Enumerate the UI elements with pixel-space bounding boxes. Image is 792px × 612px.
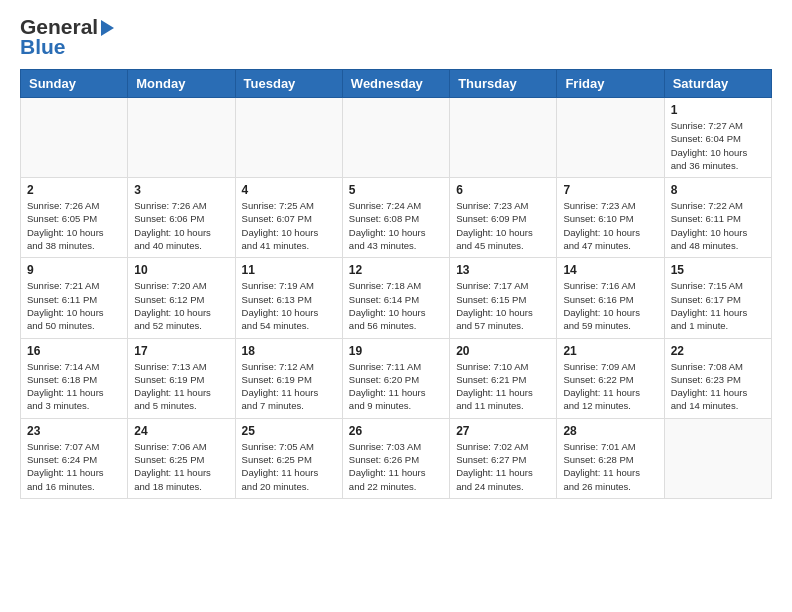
logo-general-text: General (20, 16, 98, 37)
calendar-cell: 3Sunrise: 7:26 AM Sunset: 6:06 PM Daylig… (128, 178, 235, 258)
day-number: 22 (671, 344, 765, 358)
calendar-cell: 4Sunrise: 7:25 AM Sunset: 6:07 PM Daylig… (235, 178, 342, 258)
day-info: Sunrise: 7:19 AM Sunset: 6:13 PM Dayligh… (242, 279, 336, 332)
day-number: 10 (134, 263, 228, 277)
day-info: Sunrise: 7:01 AM Sunset: 6:28 PM Dayligh… (563, 440, 657, 493)
calendar-cell (342, 98, 449, 178)
day-number: 21 (563, 344, 657, 358)
page: General Blue SundayMondayTuesdayWednesda… (0, 0, 792, 519)
weekday-header-tuesday: Tuesday (235, 70, 342, 98)
day-number: 5 (349, 183, 443, 197)
day-number: 15 (671, 263, 765, 277)
day-number: 16 (27, 344, 121, 358)
day-info: Sunrise: 7:03 AM Sunset: 6:26 PM Dayligh… (349, 440, 443, 493)
day-info: Sunrise: 7:26 AM Sunset: 6:05 PM Dayligh… (27, 199, 121, 252)
calendar-cell: 28Sunrise: 7:01 AM Sunset: 6:28 PM Dayli… (557, 418, 664, 498)
day-info: Sunrise: 7:05 AM Sunset: 6:25 PM Dayligh… (242, 440, 336, 493)
day-info: Sunrise: 7:27 AM Sunset: 6:04 PM Dayligh… (671, 119, 765, 172)
day-info: Sunrise: 7:23 AM Sunset: 6:10 PM Dayligh… (563, 199, 657, 252)
calendar-week-row: 16Sunrise: 7:14 AM Sunset: 6:18 PM Dayli… (21, 338, 772, 418)
calendar-cell: 9Sunrise: 7:21 AM Sunset: 6:11 PM Daylig… (21, 258, 128, 338)
calendar-cell: 8Sunrise: 7:22 AM Sunset: 6:11 PM Daylig… (664, 178, 771, 258)
day-number: 27 (456, 424, 550, 438)
calendar-week-row: 23Sunrise: 7:07 AM Sunset: 6:24 PM Dayli… (21, 418, 772, 498)
calendar-cell: 7Sunrise: 7:23 AM Sunset: 6:10 PM Daylig… (557, 178, 664, 258)
calendar-cell (557, 98, 664, 178)
day-number: 11 (242, 263, 336, 277)
calendar-cell: 26Sunrise: 7:03 AM Sunset: 6:26 PM Dayli… (342, 418, 449, 498)
logo-blue-word: Blue (20, 35, 66, 59)
calendar-week-row: 9Sunrise: 7:21 AM Sunset: 6:11 PM Daylig… (21, 258, 772, 338)
day-info: Sunrise: 7:21 AM Sunset: 6:11 PM Dayligh… (27, 279, 121, 332)
calendar-cell: 24Sunrise: 7:06 AM Sunset: 6:25 PM Dayli… (128, 418, 235, 498)
day-info: Sunrise: 7:10 AM Sunset: 6:21 PM Dayligh… (456, 360, 550, 413)
day-info: Sunrise: 7:13 AM Sunset: 6:19 PM Dayligh… (134, 360, 228, 413)
day-number: 6 (456, 183, 550, 197)
calendar-cell: 18Sunrise: 7:12 AM Sunset: 6:19 PM Dayli… (235, 338, 342, 418)
day-number: 12 (349, 263, 443, 277)
calendar-cell: 1Sunrise: 7:27 AM Sunset: 6:04 PM Daylig… (664, 98, 771, 178)
weekday-header-saturday: Saturday (664, 70, 771, 98)
logo: General Blue (20, 16, 114, 59)
calendar-header-row: SundayMondayTuesdayWednesdayThursdayFrid… (21, 70, 772, 98)
calendar-cell: 10Sunrise: 7:20 AM Sunset: 6:12 PM Dayli… (128, 258, 235, 338)
calendar-cell: 15Sunrise: 7:15 AM Sunset: 6:17 PM Dayli… (664, 258, 771, 338)
day-number: 19 (349, 344, 443, 358)
day-info: Sunrise: 7:12 AM Sunset: 6:19 PM Dayligh… (242, 360, 336, 413)
calendar-cell: 27Sunrise: 7:02 AM Sunset: 6:27 PM Dayli… (450, 418, 557, 498)
calendar-cell: 22Sunrise: 7:08 AM Sunset: 6:23 PM Dayli… (664, 338, 771, 418)
calendar-cell: 16Sunrise: 7:14 AM Sunset: 6:18 PM Dayli… (21, 338, 128, 418)
day-info: Sunrise: 7:17 AM Sunset: 6:15 PM Dayligh… (456, 279, 550, 332)
calendar-cell: 13Sunrise: 7:17 AM Sunset: 6:15 PM Dayli… (450, 258, 557, 338)
calendar-cell: 5Sunrise: 7:24 AM Sunset: 6:08 PM Daylig… (342, 178, 449, 258)
calendar-cell (21, 98, 128, 178)
day-number: 18 (242, 344, 336, 358)
day-number: 17 (134, 344, 228, 358)
calendar-cell: 23Sunrise: 7:07 AM Sunset: 6:24 PM Dayli… (21, 418, 128, 498)
day-number: 2 (27, 183, 121, 197)
day-info: Sunrise: 7:14 AM Sunset: 6:18 PM Dayligh… (27, 360, 121, 413)
day-info: Sunrise: 7:08 AM Sunset: 6:23 PM Dayligh… (671, 360, 765, 413)
weekday-header-thursday: Thursday (450, 70, 557, 98)
day-number: 4 (242, 183, 336, 197)
calendar-cell: 17Sunrise: 7:13 AM Sunset: 6:19 PM Dayli… (128, 338, 235, 418)
calendar-cell: 2Sunrise: 7:26 AM Sunset: 6:05 PM Daylig… (21, 178, 128, 258)
weekday-header-sunday: Sunday (21, 70, 128, 98)
day-info: Sunrise: 7:16 AM Sunset: 6:16 PM Dayligh… (563, 279, 657, 332)
day-info: Sunrise: 7:24 AM Sunset: 6:08 PM Dayligh… (349, 199, 443, 252)
day-info: Sunrise: 7:23 AM Sunset: 6:09 PM Dayligh… (456, 199, 550, 252)
day-number: 14 (563, 263, 657, 277)
calendar-cell (664, 418, 771, 498)
day-number: 26 (349, 424, 443, 438)
calendar-cell (128, 98, 235, 178)
weekday-header-wednesday: Wednesday (342, 70, 449, 98)
day-info: Sunrise: 7:26 AM Sunset: 6:06 PM Dayligh… (134, 199, 228, 252)
day-info: Sunrise: 7:11 AM Sunset: 6:20 PM Dayligh… (349, 360, 443, 413)
day-number: 13 (456, 263, 550, 277)
calendar-cell: 14Sunrise: 7:16 AM Sunset: 6:16 PM Dayli… (557, 258, 664, 338)
calendar-week-row: 1Sunrise: 7:27 AM Sunset: 6:04 PM Daylig… (21, 98, 772, 178)
day-info: Sunrise: 7:09 AM Sunset: 6:22 PM Dayligh… (563, 360, 657, 413)
day-info: Sunrise: 7:02 AM Sunset: 6:27 PM Dayligh… (456, 440, 550, 493)
calendar-cell (235, 98, 342, 178)
day-number: 25 (242, 424, 336, 438)
calendar-cell (450, 98, 557, 178)
calendar-cell: 21Sunrise: 7:09 AM Sunset: 6:22 PM Dayli… (557, 338, 664, 418)
day-number: 24 (134, 424, 228, 438)
day-info: Sunrise: 7:20 AM Sunset: 6:12 PM Dayligh… (134, 279, 228, 332)
day-info: Sunrise: 7:15 AM Sunset: 6:17 PM Dayligh… (671, 279, 765, 332)
day-number: 3 (134, 183, 228, 197)
calendar-cell: 20Sunrise: 7:10 AM Sunset: 6:21 PM Dayli… (450, 338, 557, 418)
day-info: Sunrise: 7:22 AM Sunset: 6:11 PM Dayligh… (671, 199, 765, 252)
calendar-cell: 19Sunrise: 7:11 AM Sunset: 6:20 PM Dayli… (342, 338, 449, 418)
calendar-cell: 11Sunrise: 7:19 AM Sunset: 6:13 PM Dayli… (235, 258, 342, 338)
logo-arrow-icon (101, 20, 114, 36)
weekday-header-monday: Monday (128, 70, 235, 98)
day-info: Sunrise: 7:25 AM Sunset: 6:07 PM Dayligh… (242, 199, 336, 252)
weekday-header-friday: Friday (557, 70, 664, 98)
day-number: 20 (456, 344, 550, 358)
calendar-cell: 12Sunrise: 7:18 AM Sunset: 6:14 PM Dayli… (342, 258, 449, 338)
calendar-table: SundayMondayTuesdayWednesdayThursdayFrid… (20, 69, 772, 499)
day-info: Sunrise: 7:06 AM Sunset: 6:25 PM Dayligh… (134, 440, 228, 493)
day-number: 8 (671, 183, 765, 197)
